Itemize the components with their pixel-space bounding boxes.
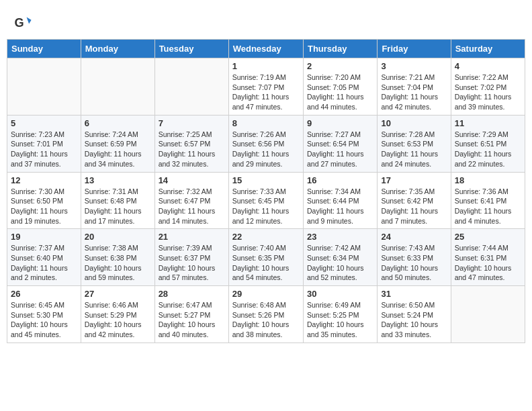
- day-number: 6: [85, 118, 151, 128]
- daylight-text: Daylight: 11 hours and 42 minutes.: [381, 92, 447, 111]
- calendar-cell: 15Sunrise: 7:33 AMSunset: 6:45 PMDayligh…: [228, 172, 303, 229]
- calendar-cell: 10Sunrise: 7:28 AMSunset: 6:53 PMDayligh…: [378, 115, 451, 172]
- sunset-text: Sunset: 6:40 PM: [11, 253, 77, 263]
- col-header-friday: Friday: [378, 40, 451, 58]
- day-number: 3: [381, 61, 447, 71]
- day-number: 17: [381, 175, 447, 185]
- day-number: 11: [455, 118, 521, 128]
- calendar-cell: 16Sunrise: 7:34 AMSunset: 6:44 PMDayligh…: [303, 172, 377, 229]
- sunset-text: Sunset: 7:01 PM: [11, 139, 77, 149]
- calendar-cell: 1Sunrise: 7:19 AMSunset: 7:07 PMDaylight…: [228, 58, 303, 116]
- calendar-cell: 19Sunrise: 7:37 AMSunset: 6:40 PMDayligh…: [7, 229, 81, 286]
- day-number: 29: [232, 289, 300, 299]
- daylight-text: Daylight: 11 hours and 19 minutes.: [11, 206, 77, 226]
- sunrise-text: Sunrise: 7:29 AM: [455, 130, 521, 140]
- sunrise-text: Sunrise: 7:24 AM: [85, 130, 151, 140]
- calendar-table: SundayMondayTuesdayWednesdayThursdayFrid…: [7, 39, 525, 343]
- day-info: Sunrise: 6:48 AMSunset: 5:26 PMDaylight:…: [232, 300, 300, 340]
- sunrise-text: Sunrise: 7:22 AM: [455, 73, 521, 83]
- day-number: 24: [381, 232, 447, 242]
- sunset-text: Sunset: 6:47 PM: [159, 196, 225, 206]
- day-info: Sunrise: 7:31 AMSunset: 6:48 PMDaylight:…: [85, 187, 151, 226]
- sunset-text: Sunset: 5:26 PM: [232, 310, 300, 320]
- day-info: Sunrise: 7:29 AMSunset: 6:51 PMDaylight:…: [455, 130, 521, 169]
- day-info: Sunrise: 7:25 AMSunset: 6:57 PMDaylight:…: [159, 130, 225, 169]
- daylight-text: Daylight: 11 hours and 34 minutes.: [85, 149, 151, 169]
- daylight-text: Daylight: 10 hours and 38 minutes.: [232, 320, 300, 339]
- sunset-text: Sunset: 6:51 PM: [455, 139, 521, 149]
- daylight-text: Daylight: 11 hours and 2 minutes.: [11, 263, 77, 283]
- day-number: 7: [159, 118, 225, 128]
- sunrise-text: Sunrise: 7:35 AM: [381, 187, 447, 197]
- calendar-cell: 8Sunrise: 7:26 AMSunset: 6:56 PMDaylight…: [228, 115, 303, 172]
- day-info: Sunrise: 7:37 AMSunset: 6:40 PMDaylight:…: [11, 243, 77, 283]
- calendar-cell: [81, 58, 154, 116]
- sunrise-text: Sunrise: 7:44 AM: [455, 243, 521, 253]
- daylight-text: Daylight: 11 hours and 44 minutes.: [307, 92, 373, 111]
- calendar-cell: 20Sunrise: 7:38 AMSunset: 6:38 PMDayligh…: [81, 229, 154, 286]
- day-number: 16: [307, 175, 373, 185]
- daylight-text: Daylight: 11 hours and 47 minutes.: [232, 92, 300, 111]
- day-number: 30: [307, 289, 373, 299]
- calendar-cell: 30Sunrise: 6:49 AMSunset: 5:25 PMDayligh…: [303, 286, 377, 343]
- daylight-text: Daylight: 11 hours and 7 minutes.: [381, 206, 447, 226]
- day-number: 20: [85, 232, 151, 242]
- calendar-cell: [154, 58, 228, 116]
- daylight-text: Daylight: 11 hours and 27 minutes.: [307, 149, 373, 169]
- sunrise-text: Sunrise: 7:27 AM: [307, 130, 373, 140]
- calendar-cell: 26Sunrise: 6:45 AMSunset: 5:30 PMDayligh…: [7, 286, 81, 343]
- day-number: 25: [455, 232, 521, 242]
- daylight-text: Daylight: 11 hours and 9 minutes.: [307, 206, 373, 226]
- daylight-text: Daylight: 10 hours and 54 minutes.: [232, 263, 300, 283]
- day-info: Sunrise: 6:46 AMSunset: 5:29 PMDaylight:…: [85, 300, 151, 340]
- day-info: Sunrise: 7:28 AMSunset: 6:53 PMDaylight:…: [381, 130, 447, 169]
- svg-text:G: G: [14, 16, 24, 30]
- day-number: 9: [307, 118, 373, 128]
- sunrise-text: Sunrise: 7:30 AM: [11, 187, 77, 197]
- daylight-text: Daylight: 10 hours and 45 minutes.: [11, 320, 77, 339]
- calendar-cell: 4Sunrise: 7:22 AMSunset: 7:02 PMDaylight…: [451, 58, 525, 116]
- daylight-text: Daylight: 11 hours and 12 minutes.: [232, 206, 300, 226]
- sunset-text: Sunset: 6:31 PM: [455, 253, 521, 263]
- calendar-cell: 3Sunrise: 7:21 AMSunset: 7:04 PMDaylight…: [378, 58, 451, 116]
- day-number: 19: [11, 232, 77, 242]
- daylight-text: Daylight: 10 hours and 57 minutes.: [159, 263, 225, 283]
- daylight-text: Daylight: 11 hours and 37 minutes.: [11, 149, 77, 169]
- calendar-cell: 29Sunrise: 6:48 AMSunset: 5:26 PMDayligh…: [228, 286, 303, 343]
- day-number: 4: [455, 61, 521, 71]
- sunset-text: Sunset: 6:59 PM: [85, 139, 151, 149]
- sunset-text: Sunset: 7:07 PM: [232, 83, 300, 93]
- day-number: 2: [307, 61, 373, 71]
- daylight-text: Daylight: 11 hours and 17 minutes.: [85, 206, 151, 226]
- sunset-text: Sunset: 6:44 PM: [307, 196, 373, 206]
- sunrise-text: Sunrise: 7:42 AM: [307, 243, 373, 253]
- daylight-text: Daylight: 11 hours and 29 minutes.: [232, 149, 300, 169]
- day-number: 31: [381, 289, 447, 299]
- day-info: Sunrise: 7:30 AMSunset: 6:50 PMDaylight:…: [11, 187, 77, 226]
- col-header-monday: Monday: [81, 40, 154, 58]
- day-info: Sunrise: 7:20 AMSunset: 7:05 PMDaylight:…: [307, 73, 373, 112]
- day-number: 12: [11, 175, 77, 185]
- day-number: 1: [232, 61, 300, 71]
- sunrise-text: Sunrise: 7:34 AM: [307, 187, 373, 197]
- sunrise-text: Sunrise: 7:36 AM: [455, 187, 521, 197]
- sunrise-text: Sunrise: 7:25 AM: [159, 130, 225, 140]
- sunrise-text: Sunrise: 6:46 AM: [85, 300, 151, 310]
- sunrise-text: Sunrise: 7:39 AM: [159, 243, 225, 253]
- calendar-cell: 14Sunrise: 7:32 AMSunset: 6:47 PMDayligh…: [154, 172, 228, 229]
- day-number: 15: [232, 175, 300, 185]
- calendar-week-row: 12Sunrise: 7:30 AMSunset: 6:50 PMDayligh…: [7, 172, 525, 229]
- calendar-week-row: 5Sunrise: 7:23 AMSunset: 7:01 PMDaylight…: [7, 115, 525, 172]
- col-header-sunday: Sunday: [7, 40, 81, 58]
- calendar-cell: 7Sunrise: 7:25 AMSunset: 6:57 PMDaylight…: [154, 115, 228, 172]
- day-info: Sunrise: 7:35 AMSunset: 6:42 PMDaylight:…: [381, 187, 447, 226]
- daylight-text: Daylight: 11 hours and 14 minutes.: [159, 206, 225, 226]
- sunset-text: Sunset: 6:45 PM: [232, 196, 300, 206]
- day-info: Sunrise: 7:34 AMSunset: 6:44 PMDaylight:…: [307, 187, 373, 226]
- sunset-text: Sunset: 6:42 PM: [381, 196, 447, 206]
- calendar-cell: [7, 58, 81, 116]
- sunset-text: Sunset: 6:41 PM: [455, 196, 521, 206]
- day-info: Sunrise: 7:23 AMSunset: 7:01 PMDaylight:…: [11, 130, 77, 169]
- calendar-week-row: 19Sunrise: 7:37 AMSunset: 6:40 PMDayligh…: [7, 229, 525, 286]
- sunrise-text: Sunrise: 7:33 AM: [232, 187, 300, 197]
